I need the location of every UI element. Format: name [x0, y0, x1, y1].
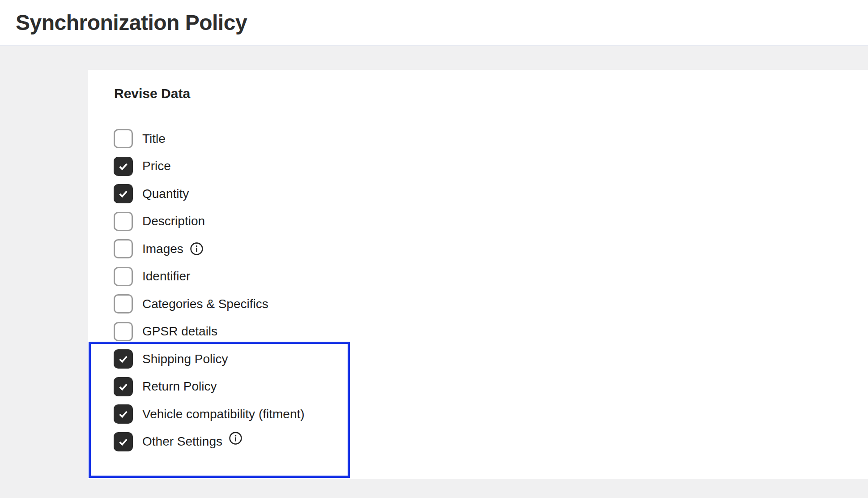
checkbox-label: Return Policy [142, 379, 217, 394]
checkbox-label: Images [142, 242, 183, 256]
checkbox[interactable] [114, 267, 133, 286]
checkbox[interactable] [114, 184, 133, 203]
checkbox-row: GPSR details [114, 318, 305, 346]
checkmark-icon [117, 160, 130, 173]
checkbox-label: Other Settings [142, 434, 222, 449]
checkbox-row: Other Settings [114, 428, 305, 456]
checkbox-label: Categories & Specifics [142, 297, 268, 311]
checkbox-row: Identifier [114, 263, 305, 291]
checkmark-icon [117, 435, 130, 448]
info-icon[interactable] [229, 431, 243, 445]
checkbox-label: Quantity [142, 187, 189, 201]
checkmark-icon [117, 408, 130, 421]
checkbox[interactable] [114, 294, 133, 313]
checkmark-icon [117, 187, 130, 200]
checkbox-row: Quantity [114, 180, 305, 208]
checkbox[interactable] [114, 157, 133, 176]
checkbox[interactable] [114, 377, 133, 396]
checkbox-label: Description [142, 214, 205, 228]
checkmark-icon [117, 352, 130, 365]
checkbox[interactable] [114, 349, 133, 369]
checkbox-label: Vehicle compatibility (fitment) [142, 407, 305, 421]
checkbox-row: Title [114, 125, 305, 153]
checkbox-row: Categories & Specifics [114, 290, 305, 318]
synchronization-policy-page: Synchronization Policy Revise Data Title… [0, 0, 868, 498]
checkbox-row: Price [114, 153, 305, 180]
checkbox-label: Shipping Policy [142, 352, 228, 366]
section-heading: Revise Data [114, 86, 190, 101]
checkbox[interactable] [114, 322, 133, 341]
checkbox-list: Title Price [114, 125, 305, 455]
checkbox[interactable] [114, 432, 133, 451]
checkbox-label: Price [142, 159, 171, 173]
checkbox[interactable] [114, 239, 133, 258]
checkbox[interactable] [114, 212, 133, 231]
checkmark-icon [117, 380, 130, 393]
checkbox-row: Shipping Policy [114, 345, 305, 373]
checkbox-row: Images [114, 235, 305, 263]
checkbox-label: Identifier [142, 269, 190, 283]
page-title: Synchronization Policy [16, 10, 247, 35]
revise-data-card: Revise Data Title Price [88, 70, 868, 479]
page-header: Synchronization Policy [0, 0, 868, 46]
checkbox[interactable] [114, 129, 133, 148]
checkbox-row: Description [114, 208, 305, 236]
checkbox[interactable] [114, 404, 133, 424]
checkbox-row: Return Policy [114, 373, 305, 401]
info-icon[interactable] [190, 242, 204, 256]
checkbox-row: Vehicle compatibility (fitment) [114, 400, 305, 428]
checkbox-label: Title [142, 132, 166, 146]
checkbox-label: GPSR details [142, 324, 217, 339]
